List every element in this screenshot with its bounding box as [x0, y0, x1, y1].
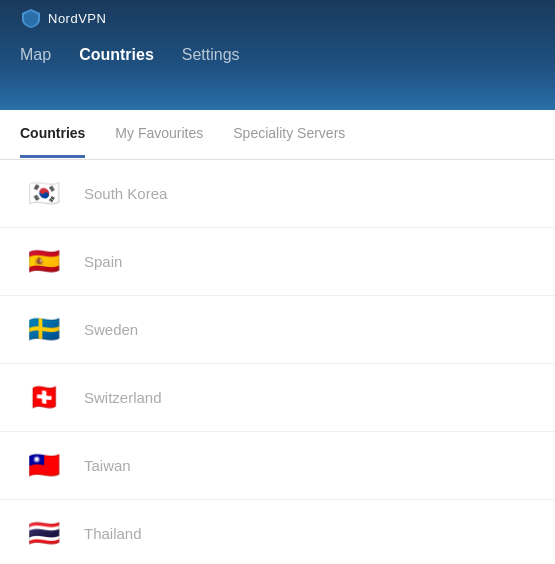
main-nav: Map Countries Settings	[20, 46, 535, 68]
country-flag-icon: 🇨🇭	[24, 383, 64, 413]
country-name: Thailand	[84, 525, 142, 542]
app-title: NordVPN	[48, 11, 106, 26]
country-flag-icon: 🇹🇭	[24, 519, 64, 549]
country-name: Sweden	[84, 321, 138, 338]
country-name: Spain	[84, 253, 122, 270]
country-flag-icon: 🇪🇸	[24, 247, 64, 277]
title-bar: NordVPN	[20, 0, 535, 36]
country-name: Switzerland	[84, 389, 162, 406]
tab-bar: Countries My Favourites Speciality Serve…	[0, 110, 555, 160]
country-item[interactable]: 🇹🇭Thailand	[0, 500, 555, 564]
country-item[interactable]: 🇪🇸Spain	[0, 228, 555, 296]
nav-item-map[interactable]: Map	[20, 46, 51, 68]
app-logo-icon	[20, 7, 42, 29]
tab-speciality-servers[interactable]: Speciality Servers	[233, 111, 345, 158]
nav-item-countries[interactable]: Countries	[79, 46, 154, 68]
country-name: South Korea	[84, 185, 167, 202]
country-item[interactable]: 🇨🇭Switzerland	[0, 364, 555, 432]
country-flag-icon: 🇹🇼	[24, 451, 64, 481]
country-flag-icon: 🇸🇪	[24, 315, 64, 345]
country-list: 🇰🇷South Korea🇪🇸Spain🇸🇪Sweden🇨🇭Switzerlan…	[0, 160, 555, 564]
tab-countries[interactable]: Countries	[20, 111, 85, 158]
tab-my-favourites[interactable]: My Favourites	[115, 111, 203, 158]
country-item[interactable]: 🇸🇪Sweden	[0, 296, 555, 364]
country-name: Taiwan	[84, 457, 131, 474]
country-flag-icon: 🇰🇷	[24, 179, 64, 209]
country-item[interactable]: 🇹🇼Taiwan	[0, 432, 555, 500]
header: NordVPN Map Countries Settings	[0, 0, 555, 110]
country-item[interactable]: 🇰🇷South Korea	[0, 160, 555, 228]
nav-item-settings[interactable]: Settings	[182, 46, 240, 68]
